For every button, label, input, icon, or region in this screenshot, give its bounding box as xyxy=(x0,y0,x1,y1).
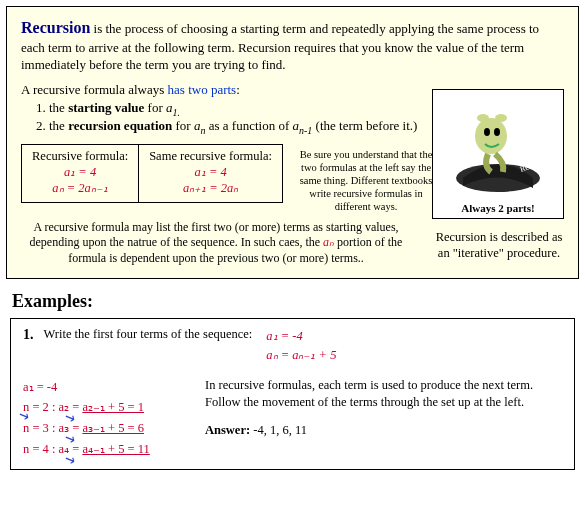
intro-paragraph: Recursion is the process of choosing a s… xyxy=(21,17,564,74)
iterative-desc: Recursion is described as an "iterative"… xyxy=(434,229,564,262)
svg-point-3 xyxy=(484,128,490,136)
intro-rest: is the process of choosing a starting te… xyxy=(21,21,539,72)
example-explanation: In recursive formulas, each term is used… xyxy=(205,377,535,460)
recursion-character-icon: Recursion xyxy=(443,96,553,196)
svg-point-5 xyxy=(477,114,489,122)
example-number: 1. xyxy=(23,327,34,343)
work-lines: a₁ = -4 ↘ ↘ n = 2 : a₂ = a₂₋₁ + 5 = 1 ↘ … xyxy=(23,377,183,460)
example-1-box: 1. Write the first four terms of the seq… xyxy=(10,318,575,470)
table-col1: Recursive formula: a₁ = 4 aₙ = 2aₙ₋₁ xyxy=(22,144,139,202)
illustration-box: Recursion Always 2 parts! xyxy=(432,89,564,219)
table-col2: Same recursive formula: a₁ = 4 aₙ₊₁ = 2a… xyxy=(139,144,283,202)
svg-point-2 xyxy=(475,118,507,154)
svg-point-6 xyxy=(495,114,507,122)
two-parts-link[interactable]: has two parts xyxy=(168,82,237,97)
examples-heading: Examples: xyxy=(12,291,585,312)
example-prompt: Write the first four terms of the sequen… xyxy=(44,327,253,342)
recursion-intro-panel: Recursion is the process of choosing a s… xyxy=(6,6,579,279)
svg-text:Recursion: Recursion xyxy=(519,155,553,174)
answer-label: Answer: xyxy=(205,423,250,437)
formula-table: Recursive formula: a₁ = 4 aₙ = 2aₙ₋₁ Sam… xyxy=(21,144,283,203)
illustration-caption: Always 2 parts! xyxy=(437,202,559,214)
title-word: Recursion xyxy=(21,19,90,36)
example-sequence: a₁ = -4 aₙ = aₙ₋₁ + 5 xyxy=(266,327,336,365)
svg-point-4 xyxy=(494,128,500,136)
foot-note: A recursive formula may list the first t… xyxy=(21,220,411,267)
side-note: Be sure you understand that the two form… xyxy=(291,144,441,214)
answer-value: -4, 1, 6, 11 xyxy=(250,423,307,437)
